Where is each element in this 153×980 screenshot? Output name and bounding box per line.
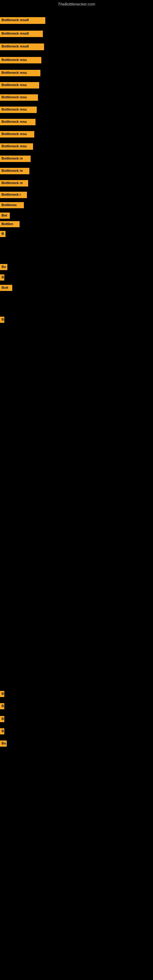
bottleneck-result-item: Bottleneck resu (0, 119, 35, 125)
bottleneck-result-item: Bottleneck resu (0, 107, 37, 113)
bottleneck-result-item: Bottleneck re (0, 156, 30, 162)
bottleneck-result-item: Bo (0, 740, 7, 747)
bottleneck-result-item: Bottleneck re (0, 180, 28, 186)
bottleneck-result-item: Bottleneck result (0, 43, 44, 50)
bottleneck-result-item: B (0, 716, 4, 722)
bottleneck-result-item: Bo (0, 264, 7, 270)
bottleneck-result-item: B (0, 231, 5, 237)
bottleneck-result-item: B (0, 703, 4, 709)
bottleneck-result-item: Bottleneck re (0, 168, 29, 174)
bottleneck-result-item: B (0, 691, 4, 697)
bottleneck-result-item: Bottleneck resu (0, 94, 38, 101)
bottleneck-result-item: Bottleneck resu (0, 70, 40, 76)
site-title: TheBottlenecker.com (0, 0, 153, 8)
bottleneck-result-item: Bottleneck resu (0, 131, 34, 137)
bottleneck-result-item: Bottlen (0, 221, 19, 227)
bottleneck-result-item: Bottlenec (0, 202, 24, 208)
bottleneck-result-item: B (0, 728, 4, 734)
bottleneck-result-item: B (0, 317, 4, 323)
bottleneck-result-item: Bottleneck resu (0, 57, 41, 64)
bottleneck-result-item: Bottleneck resu (0, 82, 39, 89)
bottleneck-result-item: Bott (0, 285, 12, 291)
bottleneck-result-item: Bottleneck r (0, 192, 27, 198)
bottleneck-result-item: B (0, 274, 4, 280)
bottleneck-result-item: Bot (0, 213, 10, 219)
bottleneck-result-item: Bottleneck result (0, 30, 43, 37)
bottleneck-result-item: Bottleneck result (0, 17, 45, 24)
bottleneck-result-item: Bottleneck resu (0, 143, 33, 150)
